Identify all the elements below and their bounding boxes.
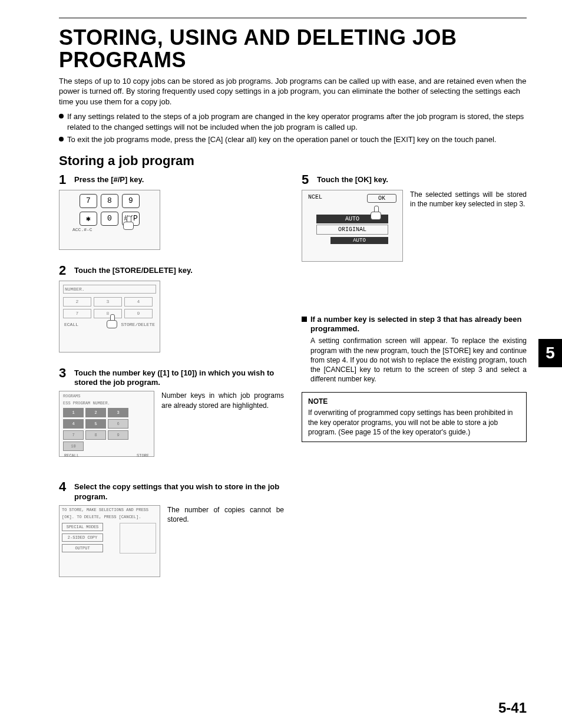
step-5-body: The selected settings will be stored in … (410, 190, 527, 209)
prog-cell: 10 (63, 442, 84, 451)
cancel-fragment: NCEL (308, 194, 322, 203)
panel-text: [OK]. TO DELETE, PRESS [CANCEL]. (59, 513, 160, 520)
recall-label: RECALL (64, 453, 79, 458)
prog-cell: 3 (108, 408, 128, 417)
step-4-body: The number of copies cannot be stored. (167, 505, 284, 524)
sub-heading: If a number key is selected in step 3 th… (302, 315, 527, 334)
store-delete-label: STORE/DELETE (121, 322, 155, 327)
page-number: 5-41 (498, 700, 527, 716)
output-button: OUTPUT (62, 544, 103, 552)
two-sided-copy-button: 2-SIDED COPY (62, 533, 103, 542)
page-title: STORING, USING AND DELETING JOB PROGRAMS (59, 27, 527, 71)
original-label: ORIGINAL (316, 225, 388, 235)
keypad-key-0: 0 (101, 212, 118, 226)
num-cell: 4 (124, 297, 153, 307)
keypad-key-star: ✱ (80, 212, 97, 226)
step-number: 4 (59, 480, 70, 493)
prog-cell: 7 (63, 430, 84, 440)
step-title: Touch the number key ([1] to [10]) in wh… (74, 368, 284, 388)
section-heading: Storing a job program (59, 153, 527, 169)
step-title: Select the copy settings that you wish t… (74, 482, 284, 502)
prog-cell: 9 (108, 430, 128, 440)
intro-bullets: If any settings related to the steps of … (59, 111, 527, 145)
pointer-hand-icon (371, 206, 381, 220)
step-title: Touch the [STORE/DELETE] key. (74, 266, 193, 275)
right-column: 5 Touch the [OK] key. NCEL OK AUTO ORIGI… (302, 172, 527, 577)
ok-panel-figure: NCEL OK AUTO ORIGINAL AUTO (302, 190, 403, 262)
step-3-body: Number keys in which job programs are al… (161, 391, 284, 410)
page: STORING, USING AND DELETING JOB PROGRAMS… (0, 0, 562, 728)
note-box: NOTE If overwriting of programmed copy s… (302, 392, 527, 442)
step-2: 2 Touch the [STORE/DELETE] key. (59, 264, 284, 277)
two-column-layout: 1 Press the [#/P] key. 7 8 9 ✱ 0 #/P ACC… (59, 172, 527, 577)
num-cell: 7 (63, 309, 91, 318)
top-rule (59, 18, 527, 18)
step-number: 3 (59, 367, 70, 380)
intro-paragraph: The steps of up to 10 copy jobs can be s… (59, 76, 527, 107)
step-1: 1 Press the [#/P] key. (59, 173, 284, 186)
copier-icon (120, 523, 156, 554)
pointer-hand-icon (123, 216, 134, 230)
keypad-acc-label: ACC.#-C (59, 227, 160, 232)
pointer-hand-icon (107, 314, 117, 328)
prog-cell: 8 (85, 430, 106, 440)
step-5-row: NCEL OK AUTO ORIGINAL AUTO The selected … (302, 190, 527, 262)
num-cell: 9 (124, 309, 153, 318)
step-5: 5 Touch the [OK] key. (302, 173, 527, 186)
step-title: Touch the [OK] key. (317, 175, 388, 185)
ok-button: OK (367, 194, 396, 203)
step-number: 1 (59, 173, 70, 186)
panel-text: ROGRAMS (59, 391, 154, 398)
note-title: NOTE (308, 397, 520, 406)
keypad-key-9: 9 (122, 194, 140, 208)
prog-cell: 5 (85, 419, 106, 429)
keypad-key-8: 8 (101, 194, 118, 208)
sub-body: A setting confirmation screen will appea… (302, 336, 527, 384)
step-title: Press the [#/P] key. (74, 175, 144, 185)
store-label: STORE (137, 453, 149, 458)
copy-settings-figure: TO STORE, MAKE SELECTIONS AND PRESS [OK]… (59, 505, 160, 577)
prog-cell: 4 (63, 419, 84, 429)
special-modes-button: SPECIAL MODES (62, 523, 103, 531)
step-number: 5 (302, 173, 312, 186)
program-number-figure: ROGRAMS ESS PROGRAM NUMBER. 1 2 3 4 5 6 … (59, 391, 154, 457)
num-cell: 3 (94, 297, 122, 307)
bullet-item: To exit the job programs mode, press the… (59, 134, 527, 145)
panel-text: TO STORE, MAKE SELECTIONS AND PRESS (59, 506, 160, 513)
square-bullet-icon (302, 317, 307, 322)
step-3-row: ROGRAMS ESS PROGRAM NUMBER. 1 2 3 4 5 6 … (59, 391, 284, 457)
step-4-row: TO STORE, MAKE SELECTIONS AND PRESS [OK]… (59, 505, 284, 577)
panel-header: NUMBER. (63, 285, 156, 294)
auto-label-2: AUTO (330, 237, 388, 244)
left-column: 1 Press the [#/P] key. 7 8 9 ✱ 0 #/P ACC… (59, 172, 284, 577)
note-body: If overwriting of programmed copy settin… (308, 408, 520, 437)
store-delete-figure: NUMBER. 2 3 4 7 8 9 ECALL STORE/DELETE (59, 281, 160, 353)
keypad-key-7: 7 (80, 194, 97, 208)
prog-cell: 2 (85, 408, 106, 417)
sub-heading-text: If a number key is selected in step 3 th… (310, 315, 527, 334)
num-cell: 2 (63, 297, 91, 307)
chapter-tab: 5 (538, 339, 562, 367)
panel-text: ESS PROGRAM NUMBER. (59, 398, 154, 406)
bullet-item: If any settings related to the steps of … (59, 111, 527, 132)
step-3: 3 Touch the number key ([1] to [10]) in … (59, 367, 284, 388)
prog-cell: 6 (108, 419, 128, 429)
keypad-figure: 7 8 9 ✱ 0 #/P ACC.#-C (59, 190, 160, 250)
prog-cell: 1 (63, 408, 84, 417)
step-number: 2 (59, 264, 70, 277)
step-4: 4 Select the copy settings that you wish… (59, 480, 284, 502)
recall-label: ECALL (64, 322, 78, 327)
